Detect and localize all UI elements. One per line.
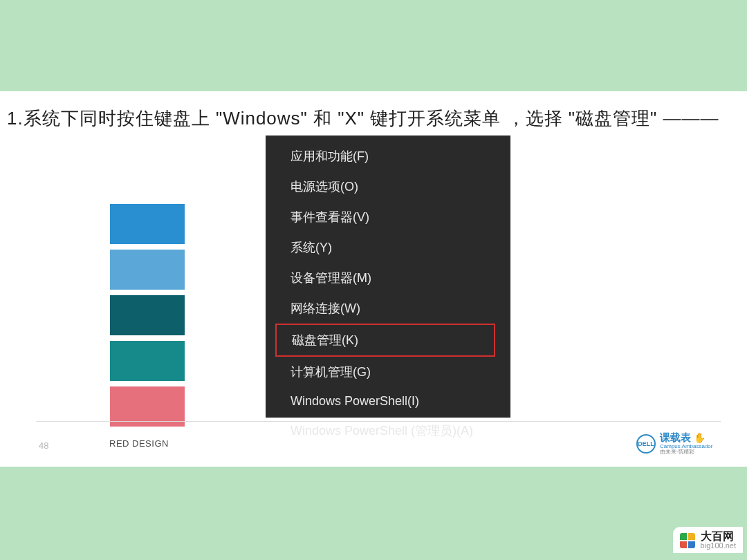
dell-logo: DELL 课载表 ✋ Campus Ambassador 由未来·筑精彩 bbox=[636, 431, 712, 456]
big100-logo-icon bbox=[680, 533, 695, 548]
instruction-text: 1.系统下同时按住键盘上 "Windows" 和 "X" 键打开系统菜单 ，选择… bbox=[7, 106, 719, 131]
design-label: RED DESIGN bbox=[109, 438, 169, 449]
menu-item-network-connections[interactable]: 网络连接(W) bbox=[266, 293, 510, 324]
menu-item-apps-features[interactable]: 应用和功能(F) bbox=[266, 141, 510, 171]
menu-item-power-options[interactable]: 电源选项(O) bbox=[266, 171, 510, 202]
color-swatches bbox=[110, 204, 185, 427]
menu-item-system[interactable]: 系统(Y) bbox=[266, 232, 510, 263]
menu-item-event-viewer[interactable]: 事件查看器(V) bbox=[266, 202, 510, 232]
watermark-url: big100.net bbox=[701, 542, 736, 550]
swatch-4 bbox=[110, 341, 185, 381]
swatch-1 bbox=[110, 204, 185, 244]
dell-circle-icon: DELL bbox=[636, 434, 656, 454]
menu-item-device-manager[interactable]: 设备管理器(M) bbox=[266, 263, 510, 293]
footer-divider bbox=[36, 421, 721, 422]
menu-item-powershell[interactable]: Windows PowerShell(I) bbox=[266, 387, 510, 416]
menu-item-computer-management[interactable]: 计算机管理(G) bbox=[266, 357, 510, 387]
slide-content: 1.系统下同时按住键盘上 "Windows" 和 "X" 键打开系统菜单 ，选择… bbox=[0, 91, 747, 467]
watermark-name: 大百网 bbox=[701, 531, 736, 543]
dell-subtitle-2: 由未来·筑精彩 bbox=[660, 449, 712, 456]
menu-item-disk-management[interactable]: 磁盘管理(K) bbox=[275, 324, 495, 357]
menu-item-powershell-admin[interactable]: Windows PowerShell (管理员)(A) bbox=[266, 416, 510, 446]
swatch-2 bbox=[110, 250, 185, 290]
watermark: 大百网 big100.net bbox=[673, 527, 743, 553]
swatch-3 bbox=[110, 295, 185, 335]
dell-title: 课载表 bbox=[660, 431, 691, 443]
page-number: 48 bbox=[39, 440, 48, 451]
windows-x-menu: 应用和功能(F) 电源选项(O) 事件查看器(V) 系统(Y) 设备管理器(M)… bbox=[266, 136, 510, 418]
hand-icon: ✋ bbox=[694, 432, 706, 443]
